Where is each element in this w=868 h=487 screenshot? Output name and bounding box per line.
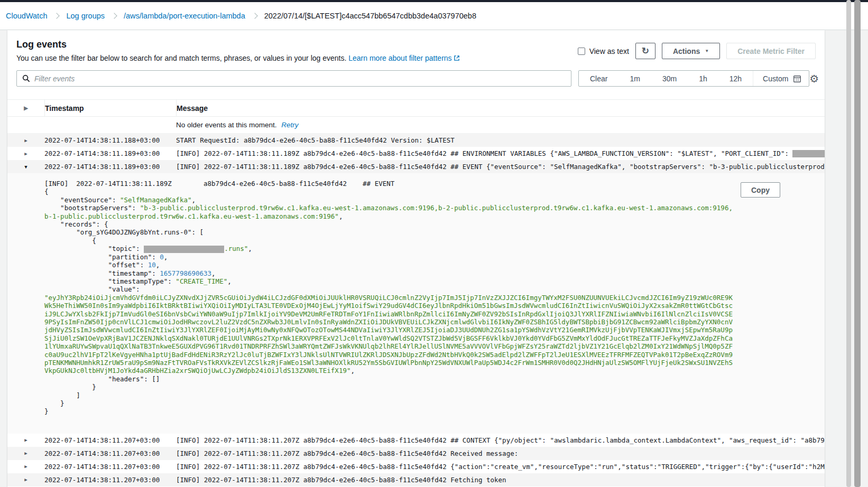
expand-row-icon[interactable]: ▶ [24, 151, 27, 156]
log-message: [INFO] 2022-07-14T11:38:11.207Z a8b79dc4… [176, 463, 825, 471]
json-line: { [44, 188, 735, 195]
expand-row-icon[interactable]: ▶ [24, 451, 27, 456]
json-number: 1657798690633 [160, 269, 211, 277]
log-row[interactable]: ▼2022-07-14T14:38:11.189+03:00[INFO] 202… [7, 160, 825, 173]
json-text: ] [44, 391, 80, 399]
json-line: } [44, 383, 735, 391]
log-message: [INFO] 2022-07-14T11:38:11.207Z a8b79dc4… [176, 476, 825, 484]
time-range-12h[interactable]: 12h [718, 71, 753, 86]
json-line: "records": { [44, 220, 735, 228]
time-range-1m[interactable]: 1m [618, 71, 651, 86]
json-text: "value": [44, 285, 140, 293]
breadcrumb-cloudwatch[interactable]: CloudWatch [6, 12, 47, 20]
json-text: [INFO] 2022-07-14T11:38:11.189Z a8b79dc4… [44, 180, 394, 188]
custom-label: Custom [763, 74, 788, 83]
json-string: .runs" [224, 245, 248, 252]
chevron-right-icon [54, 13, 60, 18]
learn-more-link[interactable]: Learn more about filter patterns [348, 54, 451, 62]
json-text: , [350, 367, 355, 374]
log-row[interactable]: ▶2022-07-14T14:38:11.207+03:00[INFO] 202… [7, 473, 825, 486]
log-row[interactable]: ▶2022-07-14T14:38:11.189+03:00[INFO] 202… [7, 147, 825, 160]
refresh-button[interactable]: ↻ [635, 43, 655, 59]
chevron-right-icon [111, 13, 117, 18]
view-as-text-label[interactable]: View as text [589, 47, 629, 55]
json-number: 10 [148, 261, 156, 269]
log-message: START RequestId: a8b79dc4-e2e6-40c5-ba88… [176, 136, 825, 144]
panel-scrollbar[interactable] [846, 0, 851, 487]
log-row[interactable]: ▶2022-07-14T14:38:11.207+03:00[INFO] 202… [7, 460, 825, 473]
expand-row-icon[interactable]: ▶ [24, 464, 27, 469]
json-text: , [156, 261, 160, 269]
log-row[interactable]: ▶2022-07-14T14:38:11.207+03:00[INFO] 202… [7, 447, 825, 460]
log-events-panel: Log events You can use the filter bar be… [7, 30, 825, 487]
no-older-events-row: No older events at this moment. Retry [7, 117, 825, 134]
json-line: } [44, 399, 735, 407]
actions-button[interactable]: Actions▼ [662, 43, 720, 59]
expand-row-icon[interactable]: ▶ [24, 138, 27, 143]
no-older-events-text: No older events at this moment. [176, 121, 277, 129]
log-timestamp: 2022-07-14T14:38:11.188+03:00 [44, 136, 176, 144]
time-range-30m[interactable]: 30m [651, 71, 688, 86]
json-text: "timestampType": [44, 277, 176, 285]
log-message: [INFO] 2022-07-14T11:38:11.189Z a8b79dc4… [176, 149, 825, 158]
json-line: "timestampType": "CREATE_TIME", [44, 277, 735, 285]
json-text: { [44, 188, 49, 195]
json-text: , [191, 196, 196, 204]
panel-title-block: Log events You can use the filter bar be… [16, 39, 460, 62]
json-line: } [44, 407, 735, 415]
retry-link[interactable]: Retry [281, 121, 298, 129]
json-text: "headers": [] [44, 375, 160, 383]
page-description: You can use the filter bar below to sear… [16, 54, 460, 62]
time-range-1h[interactable]: 1h [688, 71, 718, 86]
json-text: "eventSource": [44, 196, 120, 204]
json-string: "eyJhY3Rpb24iOiJjcmVhdGVfdm0iLCJyZXNvdXJ… [44, 294, 733, 375]
chevron-right-icon [252, 13, 257, 18]
filter-events-searchbox[interactable] [16, 70, 571, 87]
gear-icon: ⚙ [809, 73, 819, 85]
copy-button[interactable]: Copy [741, 182, 780, 198]
json-text: "partition": [44, 253, 160, 261]
filter-events-input[interactable] [34, 74, 566, 83]
search-icon [22, 74, 30, 82]
json-text: , [227, 277, 232, 285]
log-message: [INFO] 2022-07-14T11:38:11.207Z a8b79dc4… [176, 436, 825, 444]
collapse-row-icon[interactable]: ▼ [24, 164, 27, 170]
json-text: "bootstrapServers": [44, 204, 140, 212]
json-line: "topic": .runs", [44, 245, 735, 253]
json-text: , [248, 245, 252, 252]
json-line: "offset": 10, [44, 261, 735, 269]
log-message: [INFO] 2022-07-14T11:38:11.207Z a8b79dc4… [176, 449, 825, 457]
json-text: } [44, 407, 49, 415]
json-text: "timestamp": [44, 269, 160, 277]
redacted-value [792, 150, 825, 157]
header-controls: View as text ↻ Actions▼ Create Metric Fi… [578, 40, 816, 62]
log-row[interactable]: ▶2022-07-14T14:38:11.188+03:00START Requ… [7, 134, 825, 147]
timestamp-column-header: Timestamp [44, 100, 176, 116]
expand-row-icon[interactable]: ▶ [24, 437, 27, 443]
refresh-icon: ↻ [642, 45, 649, 57]
breadcrumb-log-groups[interactable]: Log groups [66, 12, 105, 20]
expand-row-icon[interactable]: ▶ [24, 477, 27, 482]
time-range-clear[interactable]: Clear [579, 71, 618, 86]
json-line: "org_sYG4DOJZNGy8bYnt.runs-0": [ [44, 228, 735, 236]
json-text: "records": { [44, 220, 108, 228]
log-rows: ▶2022-07-14T14:38:11.188+03:00START Requ… [7, 134, 825, 486]
time-range-custom[interactable]: Custom [753, 71, 809, 86]
json-line: "eyJhY3Rpb24iOiJjcmVhdGVfdm0iLCJyZXNvdXJ… [44, 294, 735, 375]
page-scrollbar[interactable] [854, 0, 861, 487]
json-line: "value": [44, 285, 735, 293]
log-timestamp: 2022-07-14T14:38:11.189+03:00 [44, 149, 176, 157]
json-text: } [44, 399, 64, 407]
json-line: [INFO] 2022-07-14T11:38:11.189Z a8b79dc4… [44, 180, 735, 188]
json-text: "org_sYG4DOJZNGy8bYnt.runs-0": [ [44, 228, 204, 236]
preferences-gear-button[interactable]: ⚙ [809, 73, 819, 84]
breadcrumb-log-group[interactable]: /aws/lambda/port-execution-lambda [124, 12, 245, 20]
log-row[interactable]: ▶2022-07-14T14:38:11.207+03:00[INFO] 202… [7, 434, 825, 447]
page-title: Log events [16, 39, 460, 50]
json-string: "b-3-public.publicclusterprod.t9rw6w.c1.… [44, 204, 733, 220]
view-as-text-checkbox[interactable] [578, 48, 585, 55]
no-older-events-cell: No older events at this moment. Retry [176, 121, 825, 129]
filter-bar: Clear 1m 30m 1h 12h Custom ⚙ [16, 70, 816, 87]
log-timestamp: 2022-07-14T14:38:11.207+03:00 [44, 463, 176, 471]
create-metric-filter-button[interactable]: Create Metric Filter [726, 43, 816, 59]
